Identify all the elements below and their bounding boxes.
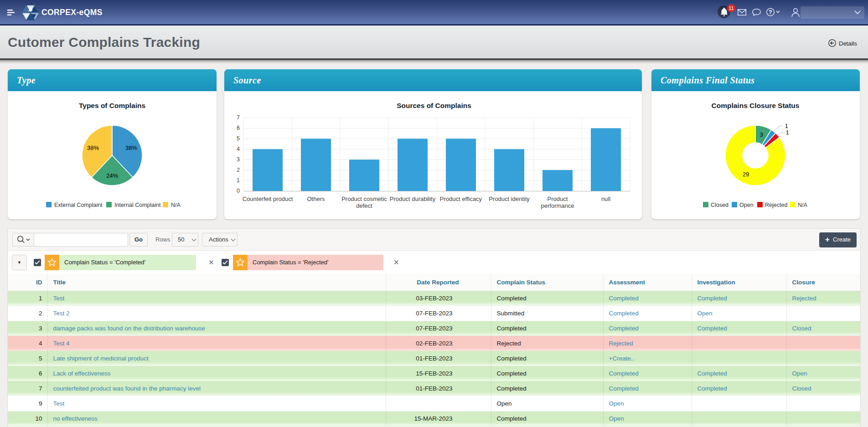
svg-text:Complains Closure Status: Complains Closure Status	[712, 102, 800, 109]
svg-text:38%: 38%	[87, 144, 99, 151]
svg-text:Rejected: Rejected	[765, 202, 787, 208]
svg-text:Closed: Closed	[711, 202, 728, 208]
svg-text:24%: 24%	[106, 172, 118, 179]
svg-text:Others: Others	[307, 195, 325, 202]
svg-text:Sources of Complains: Sources of Complains	[397, 102, 471, 109]
svg-text:6: 6	[237, 125, 240, 131]
svg-text:3: 3	[760, 131, 763, 138]
svg-text:performance: performance	[541, 202, 574, 209]
svg-text:defect: defect	[356, 202, 372, 209]
svg-text:Product: Product	[548, 195, 568, 202]
svg-text:1: 1	[785, 129, 789, 136]
svg-text:Product identity: Product identity	[489, 195, 530, 202]
svg-text:External Complaint: External Complaint	[54, 202, 103, 208]
svg-text:Open: Open	[739, 202, 754, 208]
svg-text:N/A: N/A	[798, 202, 808, 208]
svg-text:Counterfeit product: Counterfeit product	[243, 195, 293, 202]
svg-text:Product efficacy: Product efficacy	[440, 195, 482, 202]
svg-text:2: 2	[237, 167, 240, 173]
svg-text:Product cosmetic: Product cosmetic	[341, 195, 387, 202]
svg-text:Internal Complaint: Internal Complaint	[114, 202, 161, 208]
svg-text:38%: 38%	[125, 144, 137, 151]
svg-text:7: 7	[237, 114, 240, 121]
svg-text:Product durability: Product durability	[390, 195, 436, 202]
svg-text:?: ?	[769, 9, 772, 15]
svg-text:29: 29	[743, 171, 749, 178]
svg-text:4: 4	[237, 146, 240, 152]
svg-text:0: 0	[237, 188, 240, 194]
svg-text:null: null	[601, 195, 610, 202]
svg-text:1: 1	[785, 123, 788, 129]
svg-text:1: 1	[237, 177, 240, 184]
svg-text:Types of Complains: Types of Complains	[79, 102, 145, 109]
svg-text:3: 3	[237, 156, 240, 163]
svg-text:5: 5	[237, 135, 240, 142]
svg-text:N/A: N/A	[171, 202, 181, 208]
